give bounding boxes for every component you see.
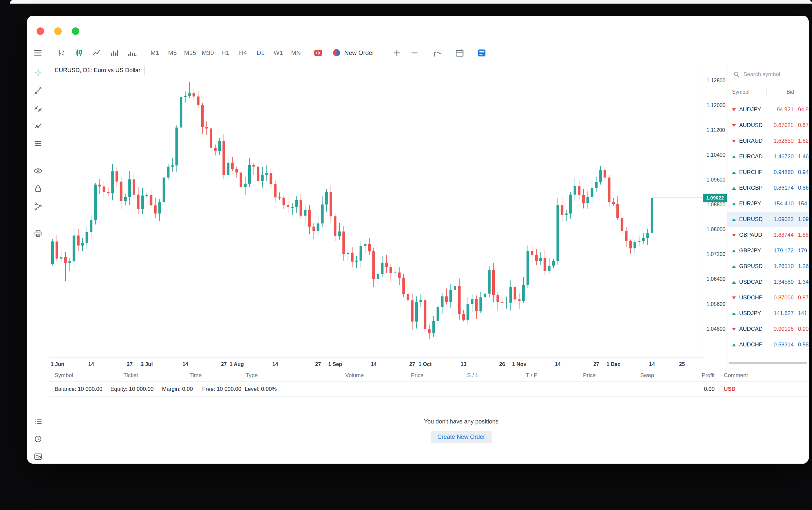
timeframe-group: M1M5M15M30H1H4D1W1MN	[147, 47, 303, 59]
horizontal-levels-icon	[33, 139, 43, 148]
zoom-in-button[interactable]	[390, 47, 403, 59]
market-watch-row-eurjpy[interactable]: EURJPY154.410154.	[727, 196, 809, 212]
object-visibility-button[interactable]	[32, 165, 44, 177]
journal-icon	[33, 452, 43, 461]
column-header-symbol: Symbol	[55, 372, 73, 379]
minimize-window-button[interactable]	[54, 27, 62, 35]
trade-tab-button[interactable]	[32, 415, 44, 427]
timeframe-button-m5[interactable]: M5	[165, 47, 180, 59]
timeframe-button-d1[interactable]: D1	[253, 47, 268, 59]
levels-button[interactable]	[32, 138, 44, 149]
close-window-button[interactable]	[36, 27, 44, 35]
timeframe-button-mn[interactable]: MN	[288, 47, 303, 59]
timeframe-button-h1[interactable]: H1	[218, 47, 233, 59]
svg-text:1.07200: 1.07200	[706, 251, 725, 257]
balance-item: Equity: 10 000.00	[110, 386, 153, 392]
no-positions-message: You don't have any positions	[424, 418, 498, 425]
ask-price: 94.9	[798, 107, 809, 113]
journal-tab-button[interactable]	[32, 451, 44, 462]
up-tick-icon	[732, 155, 736, 158]
bid-price: 0.58314	[766, 341, 793, 348]
news-button[interactable]	[475, 47, 488, 59]
new-order-icon	[332, 48, 341, 57]
column-header-price-2: Price	[583, 372, 596, 379]
market-watch-row-gbpjpy[interactable]: GBPJPY179.172179.	[727, 243, 809, 259]
history-tab-button[interactable]	[32, 433, 44, 445]
market-watch-row-audjpy[interactable]: AUDJPY94.92194.9	[727, 102, 809, 118]
bid-price: 1.62650	[766, 138, 793, 144]
indicators-button[interactable]: f	[431, 47, 443, 59]
trade-panel: SymbolTicketTimeTypeVolumePriceS / LT / …	[49, 369, 809, 463]
market-watch-row-gbpusd[interactable]: GBPUSD1.265101.26	[727, 259, 809, 274]
timeframe-button-h4[interactable]: H4	[235, 47, 251, 59]
market-watch-row-audcad[interactable]: AUDCAD0.901960.90	[727, 321, 809, 337]
calendar-button[interactable]	[453, 47, 466, 59]
timeframe-button-w1[interactable]: W1	[271, 47, 286, 59]
search-input[interactable]	[744, 71, 804, 78]
svg-text:27: 27	[221, 361, 227, 367]
channel-button[interactable]	[32, 102, 44, 114]
up-tick-icon	[732, 187, 736, 190]
market-watch-row-eurgbp[interactable]: EURGBP0.861740.86	[727, 180, 809, 196]
column-header-volume: Volume	[345, 372, 364, 379]
print-button[interactable]	[32, 228, 44, 239]
candlestick-mode-button[interactable]	[73, 47, 85, 59]
tick-volume-button[interactable]	[126, 47, 138, 59]
market-watch-row-usdcad[interactable]: USDCAD1.345801.34	[727, 274, 809, 290]
ask-price: 1.34	[798, 279, 809, 286]
new-order-button[interactable]: New Order	[332, 48, 374, 57]
drawing-toolbar	[27, 64, 49, 239]
timeframe-button-m30[interactable]: M30	[200, 47, 215, 59]
bar-chart-mode-button[interactable]	[55, 47, 68, 59]
zoom-out-button[interactable]	[408, 47, 421, 59]
market-watch-row-eurcad[interactable]: EURCAD1.467201.46	[727, 149, 809, 164]
timeframe-button-m1[interactable]: M1	[147, 47, 162, 59]
horizontal-scrollbar[interactable]	[729, 362, 807, 364]
line-chart-mode-button[interactable]	[90, 47, 103, 59]
svg-text:1 Oct: 1 Oct	[418, 361, 432, 367]
svg-text:14: 14	[272, 361, 278, 367]
market-watch-row-audchf[interactable]: AUDCHF0.583140.58	[727, 337, 809, 353]
market-watch-row-gbpaud[interactable]: GBPAUD1.887441.88	[727, 227, 809, 243]
svg-text:1.10400: 1.10400	[706, 152, 725, 158]
ask-price: 1.46	[798, 153, 809, 160]
svg-text:1 Nov: 1 Nov	[512, 361, 526, 367]
lock-objects-button[interactable]	[32, 182, 44, 194]
create-new-order-button[interactable]: Create New Order	[431, 431, 492, 443]
account-currency: USD	[724, 386, 735, 392]
polyline-button[interactable]	[32, 120, 44, 131]
trendline-icon	[33, 86, 43, 95]
market-depth-button[interactable]	[312, 47, 324, 59]
market-watch-row-usdjpy[interactable]: USDJPY141.627141.	[727, 306, 809, 321]
ask-price: 141.	[798, 310, 809, 317]
svg-text:1.09022: 1.09022	[706, 195, 724, 201]
bid-price: 1.26510	[766, 263, 793, 270]
market-watch-row-eurusd[interactable]: EURUSD1.090221.09	[727, 212, 809, 227]
trendline-button[interactable]	[32, 85, 44, 96]
balance-item: Free: 10 000.00	[202, 386, 241, 392]
up-tick-icon	[732, 249, 736, 252]
menu-button[interactable]	[32, 47, 44, 59]
symbol-name: USDCHF	[739, 295, 766, 301]
ask-price: 1.88	[798, 232, 809, 238]
symbol-search[interactable]	[731, 68, 806, 81]
minus-icon	[410, 48, 419, 58]
candlestick-chart[interactable]: 1.128001.120001.112001.104001.096001.088…	[49, 64, 727, 369]
zoom-window-button[interactable]	[72, 27, 79, 35]
timeframe-button-m15[interactable]: M15	[182, 47, 198, 59]
market-watch-row-audusd[interactable]: AUDUSD0.670250.67	[727, 118, 809, 133]
svg-text:1.08800: 1.08800	[706, 202, 725, 207]
market-watch-row-euraud[interactable]: EURAUD1.626501.62	[727, 133, 809, 149]
market-watch-row-usdchf[interactable]: USDCHF0.870060.87	[727, 290, 809, 306]
ask-price: 0.86	[798, 185, 809, 191]
crosshair-button[interactable]	[32, 67, 44, 79]
column-header-time: Time	[190, 372, 202, 379]
up-tick-icon	[732, 171, 736, 174]
market-watch-row-eurchf[interactable]: EURCHF0.948600.94	[727, 164, 809, 180]
svg-text:1.12800: 1.12800	[706, 78, 725, 83]
volume-button[interactable]	[108, 47, 120, 59]
svg-text:2 Jul: 2 Jul	[141, 361, 152, 367]
objects-tree-button[interactable]	[32, 200, 44, 212]
volume-bars-icon	[109, 48, 119, 58]
search-icon	[733, 70, 741, 78]
